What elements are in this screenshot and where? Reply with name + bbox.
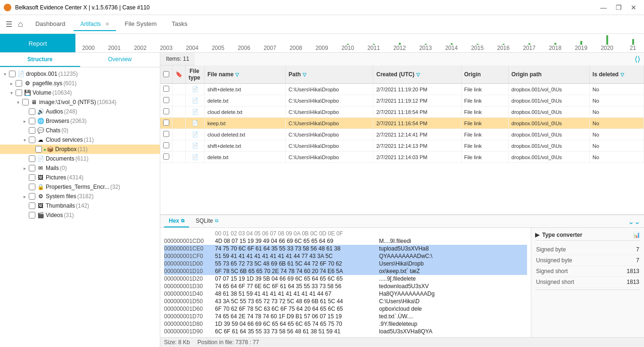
checkbox-browsers[interactable] xyxy=(29,118,35,124)
converter-scrollbar[interactable] xyxy=(535,290,640,293)
tab-tasks[interactable]: Tasks xyxy=(165,17,194,31)
row-checkbox-1[interactable] xyxy=(160,95,173,106)
timeline-year-2008[interactable]: 2008 xyxy=(283,45,309,52)
timeline-year-2007[interactable]: 2007 xyxy=(257,45,283,52)
expand-mails[interactable]: ▸ xyxy=(22,166,27,171)
timeline-year-2000[interactable]: 2000 xyxy=(75,45,101,52)
row-checkbox-3[interactable] xyxy=(160,118,173,129)
timeline-year-2006[interactable]: 2006 xyxy=(231,45,257,52)
row-bookmark-3[interactable] xyxy=(173,118,186,129)
checkbox-videos[interactable] xyxy=(29,212,35,218)
tree-item-chats[interactable]: 💬Chats (0) xyxy=(0,126,160,135)
created-filter-icon[interactable]: ▽ xyxy=(416,72,420,77)
isdeleted-filter-icon[interactable]: ▽ xyxy=(620,72,624,77)
checkbox-dropbox001[interactable] xyxy=(9,71,16,77)
hex-row-12[interactable]: 000000001D90 6C 6F 61 64 35 55 33 73 58 … xyxy=(164,328,527,335)
report-button[interactable]: Report xyxy=(0,34,75,53)
expand-dropbox001[interactable]: ▾ xyxy=(2,72,8,77)
table-row[interactable]: 📄 keep.txt C:\Users\Hika\Dropbo 2/7/2021… xyxy=(160,118,644,129)
checkbox-image_vol0[interactable] xyxy=(22,99,29,105)
checkbox-cloud_services[interactable] xyxy=(29,137,35,143)
row-checkbox-2[interactable] xyxy=(160,106,173,118)
tab-artifacts[interactable]: Artifacts ✕ xyxy=(74,17,116,31)
tree-item-documents[interactable]: 📄Documents (611) xyxy=(0,154,160,163)
hex-viewer[interactable]: 000000001CD000 01 02 03 04 05 06 07 08 0… xyxy=(160,228,531,337)
col-header-isdeleted[interactable]: Is deleted▽ xyxy=(589,65,644,84)
table-row[interactable]: 📄 delete.txt C:\Users\Hika\Dropbo 2/7/20… xyxy=(160,95,644,106)
checkbox-properties[interactable] xyxy=(29,184,35,190)
timeline-year-2015[interactable]: 2015 xyxy=(464,44,490,52)
checkbox-thumbnails[interactable] xyxy=(29,202,35,209)
hex-row-5[interactable]: 000000001D20 07 07 15 19 1D 39 5B 04 66 … xyxy=(164,275,527,282)
checkbox-volume[interactable] xyxy=(16,89,22,96)
timeline-year-2005[interactable]: 2005 xyxy=(205,45,231,52)
table-row[interactable]: 📄 cloud delete.txt C:\Users\Hika\Dropbo … xyxy=(160,106,644,118)
row-bookmark-5[interactable] xyxy=(173,140,186,152)
sqlite-external-icon[interactable]: ⧉ xyxy=(215,218,218,224)
hex-row-3[interactable]: 000000001D00 55 73 65 72 73 5C 48 69 6B … xyxy=(164,260,527,267)
expand-browsers[interactable]: ▸ xyxy=(22,119,27,124)
home-icon[interactable]: ⌂ xyxy=(18,19,23,29)
tree-item-cloud_services[interactable]: ▾☁Cloud services (11) xyxy=(0,135,160,145)
hex-row-8[interactable]: 000000001D50 43 3A 5C 55 73 65 72 73 72 … xyxy=(164,298,527,305)
row-checkbox-4[interactable] xyxy=(160,129,173,140)
timeline-year-2016[interactable]: 2016 xyxy=(490,44,516,52)
tree-item-dropbox[interactable]: ●📦Dropbox (11) xyxy=(0,145,160,154)
row-bookmark-6[interactable] xyxy=(173,152,186,163)
tab-hex[interactable]: Hex ⧉ xyxy=(164,215,189,227)
checkbox-pictures[interactable] xyxy=(29,174,35,181)
checkbox-mails[interactable] xyxy=(29,165,35,171)
tab-sqlite[interactable]: SQLite ⧉ xyxy=(191,215,223,227)
timeline-year-2012[interactable]: 2012 xyxy=(387,43,413,52)
tree-item-volume[interactable]: ▾💾Volume (10634) xyxy=(0,88,160,97)
tree-item-dropbox001[interactable]: ▾📄dropbox.001 (11235) xyxy=(0,69,160,79)
timeline-year-2011[interactable]: 2011 xyxy=(361,44,387,52)
tree-item-mails[interactable]: ▸✉Mails (0) xyxy=(0,163,160,173)
timeline-year-2017[interactable]: 2017 xyxy=(516,43,542,52)
table-row[interactable]: 📄 cloud deleted.txt C:\Users\Hika\Dropbo… xyxy=(160,129,644,140)
timeline-year-2020[interactable]: 2020 xyxy=(594,35,620,52)
hex-row-10[interactable]: 000000001D70 74 65 64 2E 74 78 74 60 1F … xyxy=(164,313,527,320)
hex-row-4[interactable]: 000000001D10 6F 78 5C 6B 65 65 70 2E 74 … xyxy=(164,267,527,275)
expand-pagefile[interactable]: ▸ xyxy=(8,81,14,86)
tree-item-videos[interactable]: 🎬Videos (31) xyxy=(0,210,160,220)
row-bookmark-4[interactable] xyxy=(173,129,186,140)
maximize-button[interactable]: ❐ xyxy=(612,1,625,14)
path-filter-icon[interactable]: ▽ xyxy=(303,72,306,77)
expand-cloud_services[interactable]: ▾ xyxy=(22,137,27,143)
hex-row-0[interactable]: 000000001CD0 4D 08 07 15 19 39 49 04 66 … xyxy=(164,237,527,245)
expand-system_files[interactable]: ▸ xyxy=(22,194,27,199)
select-all-checkbox[interactable] xyxy=(163,71,169,77)
checkbox-dropbox[interactable] xyxy=(35,146,42,153)
timeline-year-2009[interactable]: 2009 xyxy=(309,45,335,52)
hamburger-menu-icon[interactable]: ☰ xyxy=(6,20,12,29)
tree-item-thumbnails[interactable]: 🖼Thumbnails (142) xyxy=(0,201,160,210)
close-artifacts-tab[interactable]: ✕ xyxy=(105,21,109,27)
row-checkbox-6[interactable] xyxy=(160,152,173,163)
timeline-year-2001[interactable]: 2001 xyxy=(101,45,127,52)
tab-structure[interactable]: Structure xyxy=(0,53,80,67)
timeline-area[interactable]: 2000200120022003200420052006200720082009… xyxy=(75,34,644,52)
tab-overview[interactable]: Overview xyxy=(80,53,160,67)
close-button[interactable]: ✕ xyxy=(627,1,640,14)
timeline-year-2003[interactable]: 2003 xyxy=(153,45,179,52)
timeline-year-21[interactable]: 21 xyxy=(620,39,644,52)
expand-panel-button[interactable]: ⌄⌄ xyxy=(628,217,640,226)
hex-row-9[interactable]: 000000001D60 6F 70 62 6F 78 5C 63 6C 6F … xyxy=(164,305,527,313)
hex-external-icon[interactable]: ⧉ xyxy=(181,218,184,224)
expand-image_vol0[interactable]: ▾ xyxy=(15,100,21,105)
type-converter-chart-icon[interactable]: 📊 xyxy=(633,232,640,238)
row-bookmark-1[interactable] xyxy=(173,95,186,106)
table-row[interactable]: 📄 delete.txt C:\Users\Hika\Dropbo 2/7/20… xyxy=(160,152,644,163)
hex-row-1[interactable]: 000000001CE0 74 75 70 6C 6F 61 64 35 55 … xyxy=(164,245,527,252)
hex-row-2[interactable]: 000000001CF0 51 59 41 41 41 41 41 41 41 … xyxy=(164,252,527,260)
table-row[interactable]: 📄 shift+delete.txt C:\Users\Hika\Dropbo … xyxy=(160,84,644,95)
type-converter-play-icon[interactable]: ▶ xyxy=(535,232,539,238)
filename-filter-icon[interactable]: ▽ xyxy=(235,72,239,77)
row-bookmark-2[interactable] xyxy=(173,106,186,118)
timeline-year-2010[interactable]: 2010 xyxy=(335,44,361,52)
checkbox-documents[interactable] xyxy=(29,155,35,162)
tree-item-audios[interactable]: 🔊Audios (248) xyxy=(0,107,160,116)
tree-item-properties[interactable]: 🔒Properties_Terms_Encr... (32) xyxy=(0,182,160,192)
tree-item-pictures[interactable]: 🖼Pictures (4314) xyxy=(0,173,160,182)
